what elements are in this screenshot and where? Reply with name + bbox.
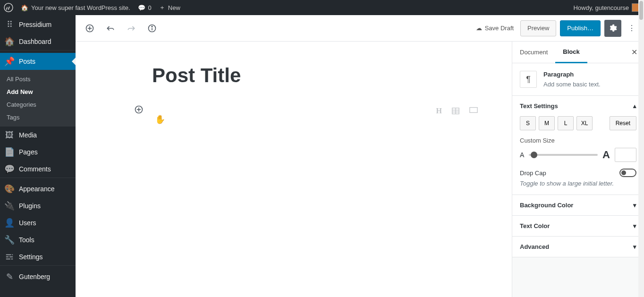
comment-icon: 💬 (138, 4, 145, 11)
users-icon: 👤 (5, 218, 14, 228)
advanced-toggle[interactable]: Advanced ▾ (512, 237, 644, 257)
advanced-label: Advanced (520, 243, 549, 250)
sidebar-item-users[interactable]: 👤 Users (0, 214, 76, 231)
sidebar-tabs: Document Block ✕ (512, 42, 644, 63)
slider-max-icon: A (602, 149, 610, 161)
svg-point-0 (4, 3, 13, 12)
text-settings-toggle[interactable]: Text Settings ▴ (512, 96, 644, 116)
more-menu-button[interactable]: ⋮ (625, 20, 638, 37)
cloud-icon: ☁ (476, 25, 482, 32)
dashboard-icon: 🏠 (5, 37, 14, 46)
submenu-tags[interactable]: Tags (0, 111, 76, 124)
editor-canvas[interactable]: ✋ H (76, 42, 512, 297)
table-icon (451, 107, 460, 117)
cover-icon (469, 107, 478, 117)
submenu-all-posts[interactable]: All Posts (0, 73, 76, 85)
heading-icon: H (436, 107, 442, 117)
new-content-link[interactable]: ＋ New (159, 3, 180, 12)
dropcap-toggle[interactable] (619, 169, 636, 177)
post-title-input[interactable] (152, 60, 435, 91)
publish-button[interactable]: Publish… (560, 20, 601, 36)
page-scrollbar[interactable] (638, 0, 644, 297)
undo-button[interactable] (102, 20, 119, 37)
account-link[interactable]: Howdy, gutencourse (573, 3, 640, 12)
media-label: Media (19, 131, 37, 139)
sidebar-item-plugins[interactable]: 🔌 Plugins (0, 197, 76, 214)
tab-block[interactable]: Block (555, 42, 587, 63)
settings-label: Settings (19, 253, 43, 261)
block-type-hints: H (436, 107, 478, 117)
svg-rect-2 (12, 255, 13, 255)
site-name: Your new super fast WordPress site. (31, 4, 130, 11)
font-size-xl-button[interactable]: XL (576, 116, 593, 130)
wp-logo[interactable] (4, 3, 13, 12)
sidebar-item-appearance[interactable]: 🎨 Appearance (0, 180, 76, 197)
font-size-l-button[interactable]: L (558, 116, 574, 130)
chevron-up-icon: ▴ (633, 102, 636, 110)
text-settings-section: Text Settings ▴ S M L XL Reset Custom Si… (512, 96, 644, 195)
font-size-reset-button[interactable]: Reset (610, 116, 636, 130)
sidebar-item-dashboard[interactable]: 🏠 Dashboard (0, 33, 76, 50)
background-color-toggle[interactable]: Background Color ▾ (512, 195, 644, 215)
block-insert-area[interactable]: ✋ (152, 100, 435, 119)
svg-rect-5 (6, 259, 10, 260)
submenu-categories[interactable]: Categories (0, 98, 76, 111)
editor-workspace: ☁ Save Draft Preview Publish… ⋮ ✋ (76, 15, 644, 297)
settings-sidebar: Document Block ✕ ¶ Paragraph Add some ba… (512, 42, 644, 297)
svg-rect-3 (6, 256, 8, 257)
sidebar-item-comments[interactable]: 💬 Comments (0, 161, 76, 178)
comments-count: 0 (148, 4, 152, 11)
posts-submenu: All Posts Add New Categories Tags (0, 70, 76, 127)
plus-icon: ＋ (159, 3, 165, 12)
font-size-m-button[interactable]: M (539, 116, 555, 130)
scrollbar-thumb[interactable] (639, 1, 643, 20)
save-draft-button[interactable]: ☁ Save Draft (473, 25, 517, 32)
home-icon: 🏠 (21, 4, 28, 11)
brand-label: Pressidium (19, 21, 51, 28)
sidebar-item-pages[interactable]: 📄 Pages (0, 144, 76, 161)
dropcap-label: Drop Cap (520, 170, 546, 177)
font-size-slider[interactable] (529, 154, 598, 156)
textcolor-label: Text Color (520, 222, 550, 229)
svg-rect-6 (11, 259, 13, 260)
comments-icon: 💬 (5, 164, 14, 174)
font-size-s-button[interactable]: S (520, 116, 536, 130)
sidebar-item-brand[interactable]: ⠿ Pressidium (0, 15, 76, 33)
brand-icon: ⠿ (5, 20, 14, 29)
svg-rect-20 (470, 108, 477, 113)
settings-toggle-button[interactable] (604, 20, 621, 37)
svg-rect-1 (6, 255, 11, 255)
gutenberg-icon: ✎ (5, 272, 14, 281)
slider-thumb[interactable] (531, 152, 537, 158)
dropcap-hint: Toggle to show a large initial letter. (520, 180, 636, 187)
paragraph-icon: ¶ (520, 71, 537, 88)
sidebar-item-media[interactable]: 🖼 Media (0, 127, 76, 144)
block-card-title: Paragraph (543, 71, 601, 78)
sidebar-item-settings[interactable]: Settings (0, 248, 76, 265)
sidebar-item-tools[interactable]: 🔧 Tools (0, 231, 76, 248)
block-card-desc: Add some basic text. (543, 81, 601, 88)
info-button[interactable] (144, 20, 161, 37)
comments-link[interactable]: 💬 0 (138, 4, 152, 11)
users-label: Users (19, 219, 36, 227)
grab-cursor-icon: ✋ (155, 114, 165, 125)
text-settings-label: Text Settings (520, 102, 558, 110)
font-size-input[interactable] (615, 148, 636, 162)
tools-icon: 🔧 (5, 235, 14, 245)
site-home-link[interactable]: 🏠 Your new super fast WordPress site. (21, 4, 130, 11)
add-block-button[interactable] (81, 20, 98, 37)
media-icon: 🖼 (5, 130, 14, 140)
tools-label: Tools (19, 236, 34, 244)
inline-add-block-button[interactable] (132, 103, 145, 116)
preview-button[interactable]: Preview (520, 20, 556, 36)
sidebar-item-gutenberg[interactable]: ✎ Gutenberg (0, 268, 76, 285)
block-card: ¶ Paragraph Add some basic text. (512, 63, 644, 96)
text-color-section: Text Color ▾ (512, 216, 644, 237)
text-color-toggle[interactable]: Text Color ▾ (512, 216, 644, 236)
submenu-add-new[interactable]: Add New (0, 85, 76, 98)
tab-document[interactable]: Document (512, 42, 555, 62)
redo-button[interactable] (123, 20, 140, 37)
sidebar-item-posts[interactable]: 📌 Posts (0, 53, 76, 70)
gutenberg-label: Gutenberg (19, 273, 50, 280)
chevron-down-icon: ▾ (633, 222, 636, 229)
